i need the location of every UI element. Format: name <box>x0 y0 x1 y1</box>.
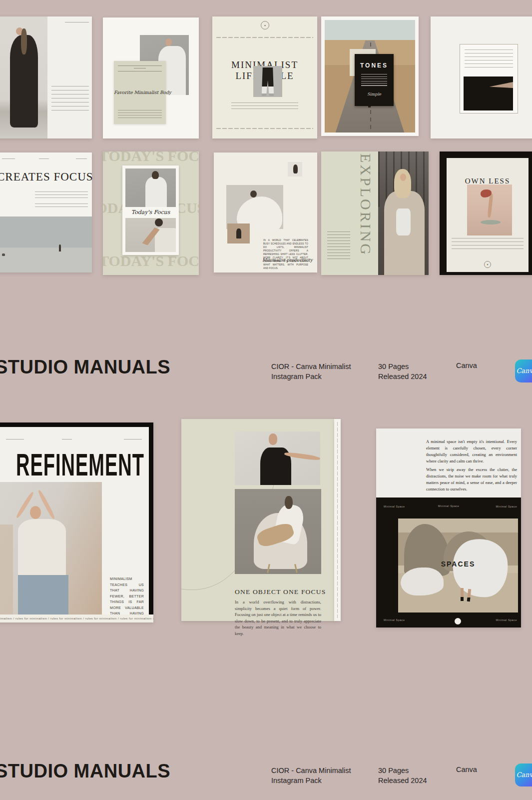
pages-block: 30 Pages Released 2024 <box>378 766 427 786</box>
canva-logo: Canva <box>515 360 532 382</box>
pages-line-1: 30 Pages <box>378 362 427 372</box>
template-card-favorite-body: Favorite Minimalist Body <box>103 18 199 138</box>
canva-logo: Canva <box>515 764 532 786</box>
warm-shadow <box>0 524 13 614</box>
header-label-left <box>2 158 15 159</box>
panel-title: TONES <box>355 62 394 69</box>
figure-shadow <box>481 220 501 224</box>
sage-overlay-panel: Favorite Minimalist Body <box>114 61 166 124</box>
script-band: Today's Focus <box>125 207 176 218</box>
studio-title: STUDIO MANUALS <box>0 356 170 378</box>
inner-white-page: REFINEMENT MINIMALISM TEACHES US THAT HA… <box>0 427 149 614</box>
figure-hair <box>285 496 293 509</box>
figure-hair <box>21 28 27 54</box>
photo-white-fabric <box>226 185 283 229</box>
photo-rocks-plastic: SPACES <box>398 518 518 612</box>
template-card-creates-focus: CREATES FOCUS <box>0 152 92 272</box>
photo-woman-white-dress <box>125 168 176 207</box>
featured-card-spaces: A minimal space isn't empty it's intenti… <box>376 428 521 628</box>
template-card-tones: TONES Simple <box>321 16 419 136</box>
signature: Minimalist productivity <box>262 258 313 262</box>
dark-quote-panel: TONES Simple <box>355 54 394 106</box>
photo-woman-in-chair <box>235 489 321 574</box>
pages-line-1: 30 Pages <box>378 766 427 776</box>
branding-row-middle: STUDIO MANUALS CIOR - Canva Minimalist I… <box>0 350 532 390</box>
figure-head-dark <box>293 164 298 174</box>
ticker-line-top <box>216 37 313 38</box>
photo-blonde-coat <box>378 152 429 275</box>
canva-logo-text: Canva <box>515 367 532 374</box>
featured-title: REFINEMENT <box>16 449 144 480</box>
template-card-editorial-suit <box>0 16 92 138</box>
figure-jeans <box>18 575 68 615</box>
paragraph-greek-2 <box>35 204 88 209</box>
left-greek-paragraph <box>327 232 350 260</box>
box-greek-paragraph <box>465 50 513 68</box>
body-greek-paragraph <box>452 238 524 252</box>
figure-hair-dark <box>155 218 163 226</box>
photo-black-cami <box>235 432 320 485</box>
featured-body: In a world overflowing with distractions… <box>235 599 321 636</box>
pages-line-2: Released 2024 <box>378 372 427 382</box>
platform-label: Canva <box>456 766 477 774</box>
photo-small-portrait <box>288 162 302 176</box>
ticker-strip: rules for minimalism / rules for minimal… <box>0 614 153 622</box>
vertical-greek-text <box>337 422 338 618</box>
featured-body: MINIMALISM TEACHES US THAT HAVING FEWER,… <box>110 576 144 614</box>
figure-small-2 <box>59 244 61 252</box>
photo-beach-handstand <box>467 184 512 236</box>
watermark-row-1: TODAY'S FOCUS <box>103 152 199 164</box>
figure-legs-up <box>488 194 494 218</box>
play-icon <box>261 21 269 30</box>
featured-card-refinement: REFINEMENT MINIMALISM TEACHES US THAT HA… <box>0 422 153 622</box>
figure-hair-blonde <box>394 169 411 198</box>
template-card-garment-note <box>431 16 532 138</box>
photo-frame-stack: Today's Focus <box>122 166 179 255</box>
top-light-section: A minimal space isn't empty it's intenti… <box>376 428 521 498</box>
template-card-exploring: EXPLORING <box>321 152 429 275</box>
inner-cream-panel: OWN LESS <box>447 158 529 272</box>
card-title: OWN LESS <box>447 177 529 186</box>
photo-woman-sitting <box>125 218 176 252</box>
pages-block: 30 Pages Released 2024 <box>378 362 427 382</box>
photo-small-stool <box>227 224 250 244</box>
caps-paragraph: IN A WORLD THAT CELEBRATES BUSY SCHEDULE… <box>263 238 308 270</box>
product-line-1: CIOR - Canva Minimalist <box>271 766 351 776</box>
platform-label: Canva <box>456 362 477 370</box>
vertical-caption-strip <box>334 419 341 621</box>
figure-leg-1 <box>461 588 464 601</box>
branding-row-bottom: STUDIO MANUALS CIOR - Canva Minimalist I… <box>0 754 532 794</box>
meta-label-center <box>62 439 72 440</box>
body-greek-centered <box>231 102 298 111</box>
body-greek-paragraph <box>51 86 89 114</box>
meta-label-right <box>124 439 142 440</box>
panel-greek-paragraph <box>118 110 162 118</box>
watermark-row-3: TODAY'S FOCUS <box>103 252 199 270</box>
inner-bordered-box <box>460 44 518 114</box>
spaces-paragraph-1: A minimal space isn't empty it's intenti… <box>426 438 517 464</box>
product-name-block: CIOR - Canva Minimalist Instagram Pack <box>271 766 351 786</box>
photo-misty-beach <box>0 216 92 272</box>
panel-greek-text <box>361 74 387 88</box>
card-title: CREATES FOCUS <box>0 170 93 184</box>
poster-canvas: { "colors": { "background": "#c7b6b2", "… <box>0 0 532 800</box>
figure-head <box>165 38 172 46</box>
meta-label-left <box>6 439 24 440</box>
figure-seated <box>236 228 241 238</box>
figure-head-hair <box>152 171 159 179</box>
featured-card-one-object: ONE OBJECT ONE FOCUS In a world overflow… <box>181 419 334 621</box>
ticker-line-bottom <box>216 128 313 129</box>
paragraph-greek-1 <box>35 192 88 200</box>
label-bottom-left: Minimal Space <box>384 618 405 622</box>
figure-head <box>269 434 277 445</box>
template-card-own-less: OWN LESS <box>440 152 532 275</box>
figure-white-top <box>18 519 66 578</box>
caption-greek-line <box>65 22 89 22</box>
canva-logo-text: Canva <box>515 771 532 778</box>
featured-title: ONE OBJECT ONE FOCUS <box>235 588 326 596</box>
figure-white-top <box>396 208 410 236</box>
panel-signature: Simple <box>355 92 394 96</box>
spaces-overlay-title: SPACES <box>398 560 518 568</box>
product-name-block: CIOR - Canva Minimalist Instagram Pack <box>271 362 351 382</box>
label-bottom-right: Minimal Space <box>496 618 517 622</box>
